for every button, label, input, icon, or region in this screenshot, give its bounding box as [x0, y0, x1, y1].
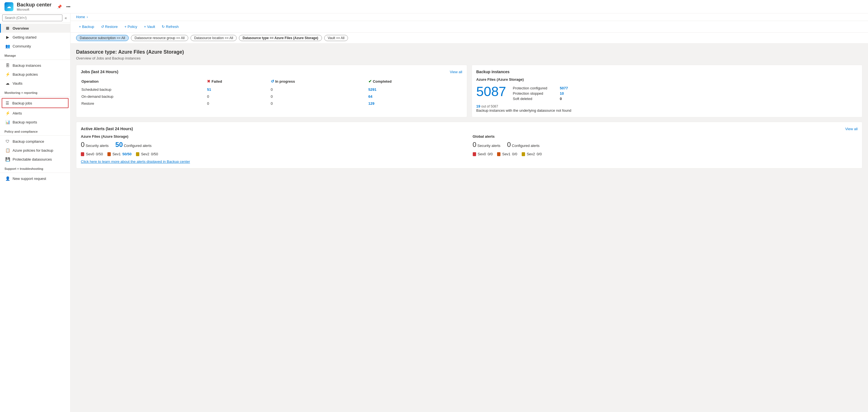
jobs-completed-0[interactable]: 5291 [368, 86, 462, 93]
col-header-in-progress: ↺ In progress [271, 78, 368, 86]
breadcrumb-home[interactable]: Home [76, 15, 85, 19]
bi-stat-row-0: Protection configured5077 [513, 86, 568, 90]
pin-icon[interactable]: 📌 [56, 3, 63, 10]
jobs-failed-0[interactable]: 51 [207, 86, 270, 93]
app-subtitle: Microsoft [17, 8, 52, 11]
sidebar: « ⊞ Overview ▶ Getting started 👥 Communi… [0, 13, 70, 412]
jobs-card-title: Jobs (last 24 Hours) [81, 70, 118, 74]
sidebar-item-label-getting-started: Getting started [12, 35, 36, 39]
jobs-inprog-2: 0 [271, 100, 368, 107]
alerts-global-configured-block: 0 Configured alerts [507, 141, 539, 148]
inprogress-icon: ↺ [271, 79, 274, 83]
filter-datasource-location[interactable]: Datasource location == All [190, 35, 237, 41]
bi-stat-label-1: Protection stopped [513, 91, 558, 96]
bi-stat-val-1[interactable]: 10 [560, 91, 564, 96]
jobs-inprog-0: 0 [271, 86, 368, 93]
page-subtitle: Overview of Jobs and Backup instances [76, 56, 862, 60]
sidebar-item-backup-jobs[interactable]: ☰ Backup jobs [2, 98, 68, 108]
alerts-azure-security-label-text: Security alerts [86, 144, 108, 148]
bi-total-number: 5087 [476, 85, 506, 98]
bi-stat-val-2: 0 [560, 97, 562, 101]
sev2-bar-azure [136, 152, 139, 156]
bi-stat-val-0[interactable]: 5077 [560, 86, 568, 90]
backup-reports-icon: 📊 [5, 120, 10, 124]
restore-button[interactable]: ↺ Restore [98, 23, 121, 30]
jobs-op-2: Restore [82, 100, 207, 107]
alerts-azure-configured-num: 50 [115, 141, 123, 148]
alerts-view-all-button[interactable]: View all [845, 127, 858, 131]
more-icon[interactable]: ••• [65, 3, 72, 10]
sev1-label-global: Sev1 [502, 152, 510, 156]
backup-instances-card-header: Backup instances [476, 70, 858, 74]
sidebar-item-backup-compliance[interactable]: 🛡 Backup compliance [0, 137, 70, 146]
sev0-val-azure: 0/50 [96, 152, 103, 156]
alerts-azure-sev0: Sev0 0/50 [81, 152, 103, 156]
failed-icon: ✖ [207, 79, 210, 83]
new-support-request-icon: 👤 [5, 176, 10, 181]
filter-vault[interactable]: Vault == All [324, 35, 348, 41]
top-header: ☁ Backup center Microsoft 📌 ••• [0, 0, 868, 13]
alerts-global-configured-num: 0 [507, 141, 511, 148]
header-icons: 📌 ••• [56, 3, 72, 10]
jobs-op-0: Scheduled backup [82, 86, 207, 93]
alerts-grid: Azure Files (Azure Storage) 0 Security a… [81, 134, 858, 156]
alerts-global-security-label-text: Security alerts [477, 144, 500, 148]
azure-policies-icon: 📋 [5, 148, 10, 152]
vault-button[interactable]: + Vault [141, 23, 158, 30]
alerts-azure-configured-label-text: Configured alerts [124, 144, 152, 148]
sidebar-item-label-new-support-request: New support request [12, 176, 46, 181]
bi-footer-num[interactable]: 19 [476, 104, 480, 108]
jobs-completed-2[interactable]: 129 [368, 100, 462, 107]
alerts-card: Active Alerts (last 24 Hours) View all A… [76, 122, 862, 168]
alerts-card-title: Active Alerts (last 24 Hours) [81, 127, 133, 131]
search-input[interactable] [2, 14, 62, 21]
sidebar-item-protectable-datasources[interactable]: 💾 Protectable datasources [0, 155, 70, 164]
sidebar-item-community[interactable]: 👥 Community [0, 42, 70, 50]
jobs-completed-1[interactable]: 64 [368, 93, 462, 100]
sidebar-item-azure-policies[interactable]: 📋 Azure policies for backup [0, 146, 70, 155]
filter-datasource-resource-group[interactable]: Datasource resource group == All [131, 35, 188, 41]
jobs-failed-1: 0 [207, 93, 270, 100]
alerts-azure-title: Azure Files (Azure Storage) [81, 134, 466, 139]
jobs-table-row: Restore00129 [82, 100, 462, 107]
sev0-label-global: Sev0 [478, 152, 486, 156]
sidebar-nav: ⊞ Overview ▶ Getting started 👥 Community… [0, 23, 70, 412]
sidebar-item-new-support-request[interactable]: 👤 New support request [0, 174, 70, 183]
sidebar-item-backup-policies[interactable]: ⚡ Backup policies [0, 70, 70, 79]
sidebar-item-label-protectable-datasources: Protectable datasources [12, 157, 52, 162]
col-header-operation: Operation [82, 78, 207, 86]
filter-datasource-subscription[interactable]: Datasource subscription == All [76, 35, 129, 41]
sidebar-item-label-backup-compliance: Backup compliance [12, 139, 44, 144]
bi-stat-label-0: Protection configured [513, 86, 558, 90]
filter-datasource-type[interactable]: Datasource type == Azure Files (Azure St… [239, 35, 322, 41]
sidebar-item-backup-instances[interactable]: 🗄 Backup instances [0, 61, 70, 70]
jobs-inprog-1: 0 [271, 93, 368, 100]
bi-footer-of-text: out of 5087 [482, 104, 498, 108]
jobs-table-header-row: Operation ✖ Failed ↺ [82, 78, 462, 86]
app-title-block: Backup center Microsoft [17, 2, 52, 11]
sidebar-item-overview[interactable]: ⊞ Overview [0, 24, 70, 33]
jobs-op-1: On-demand backup [82, 93, 207, 100]
sidebar-item-label-alerts: Alerts [12, 111, 22, 115]
cards-row-top: Jobs (last 24 Hours) View all Operation … [76, 65, 862, 117]
jobs-view-all-button[interactable]: View all [450, 70, 462, 74]
policy-button[interactable]: + Policy [122, 23, 140, 30]
alerts-card-header: Active Alerts (last 24 Hours) View all [81, 127, 858, 131]
collapse-sidebar-button[interactable]: « [63, 14, 68, 21]
sidebar-item-backup-reports[interactable]: 📊 Backup reports [0, 117, 70, 127]
sidebar-section-support: Support + troubleshooting [0, 164, 70, 172]
jobs-table: Operation ✖ Failed ↺ [81, 77, 462, 107]
sidebar-search-row: « [0, 13, 70, 23]
alerts-learn-more-link[interactable]: Click here to learn more about the alert… [81, 160, 858, 164]
sidebar-item-alerts[interactable]: ⚡ Alerts [0, 109, 70, 117]
sev1-bar-azure [107, 152, 111, 156]
bi-stat-label-2: Soft deleted [513, 97, 558, 101]
bi-stat-row-1: Protection stopped10 [513, 91, 568, 96]
backup-instances-icon: 🗄 [5, 63, 10, 68]
backup-button[interactable]: + Backup [76, 23, 97, 30]
refresh-button[interactable]: ↻ Refresh [159, 23, 181, 30]
sidebar-item-vaults[interactable]: ☁ Vaults [0, 79, 70, 88]
sidebar-item-getting-started[interactable]: ▶ Getting started [0, 33, 70, 42]
sev1-val-global: 0/0 [512, 152, 517, 156]
backup-instances-card-title: Backup instances [476, 70, 510, 74]
